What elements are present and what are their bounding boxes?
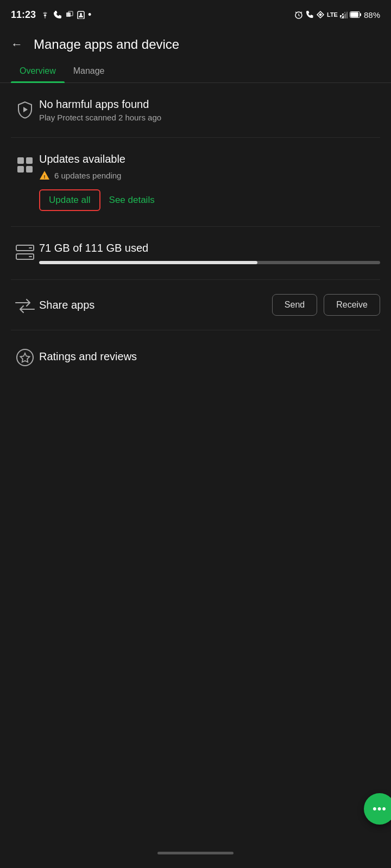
updates-section: Updates available ! 6 updates pending Up… [11, 138, 380, 227]
fab-dots-icon: ••• [373, 802, 387, 816]
wifi-icon [40, 11, 50, 18]
see-details-button[interactable]: See details [109, 195, 155, 206]
svg-rect-12 [350, 12, 358, 17]
svg-rect-15 [26, 157, 33, 164]
page-title: Manage apps and device [34, 37, 179, 52]
storage-bar [39, 261, 380, 264]
updates-pending-row: ! 6 updates pending [39, 170, 380, 181]
svg-rect-17 [26, 166, 33, 173]
share-apps-icon [11, 296, 39, 314]
fab-button[interactable]: ••• [364, 793, 391, 825]
updates-actions: Update all See details [39, 189, 380, 211]
receive-button[interactable]: Receive [324, 294, 380, 316]
alarm-icon [294, 10, 303, 19]
ratings-title: Ratings and reviews [39, 350, 380, 363]
storage-icon [11, 242, 39, 260]
content-area: No harmful apps found Play Protect scann… [0, 83, 391, 382]
svg-point-23 [17, 349, 33, 366]
status-icons-right: LTE 88% [294, 10, 380, 20]
tab-manage[interactable]: Manage [65, 59, 113, 82]
badge-icon [77, 10, 85, 19]
storage-section: 71 GB of 111 GB used [11, 227, 380, 280]
play-protect-subtitle: Play Protect scanned 2 hours ago [39, 113, 380, 122]
dot-icon: • [88, 9, 91, 21]
header: ← Manage apps and device [0, 28, 391, 59]
phone-signal-icon [305, 10, 314, 19]
ratings-icon [11, 346, 39, 367]
share-apps-section: Share apps Send Receive [11, 280, 380, 330]
signal-bars-icon [340, 11, 348, 18]
svg-marker-13 [23, 107, 28, 112]
play-protect-title: No harmful apps found [39, 98, 380, 111]
teams-icon [65, 10, 74, 19]
share-apps-actions: Send Receive [272, 294, 380, 316]
update-all-button[interactable]: Update all [39, 189, 100, 211]
tabs-bar: Overview Manage [0, 59, 391, 83]
svg-rect-14 [17, 157, 24, 164]
play-protect-section: No harmful apps found Play Protect scann… [11, 83, 380, 138]
back-button[interactable]: ← [11, 37, 23, 52]
status-time: 11:23 [11, 9, 36, 21]
lte-icon: LTE [327, 11, 338, 18]
updates-title: Updates available [39, 153, 380, 165]
warning-icon: ! [39, 170, 50, 181]
storage-bar-fill [39, 261, 257, 264]
send-button[interactable]: Send [272, 294, 317, 316]
home-indicator[interactable] [157, 852, 234, 854]
ratings-section[interactable]: Ratings and reviews [11, 330, 380, 382]
bottom-bar [0, 838, 391, 868]
svg-rect-11 [360, 14, 361, 16]
battery-percentage: 88% [364, 10, 380, 20]
updates-body: Updates available ! 6 updates pending Up… [39, 153, 380, 211]
play-protect-body: No harmful apps found Play Protect scann… [39, 98, 380, 122]
phone-icon [53, 10, 62, 19]
share-apps-body: Share apps [39, 299, 272, 311]
storage-body: 71 GB of 111 GB used [39, 242, 380, 264]
updates-icon [11, 153, 39, 175]
status-bar: 11:23 • [0, 0, 391, 28]
tab-overview[interactable]: Overview [11, 59, 65, 82]
svg-rect-16 [17, 166, 24, 173]
battery-icon [350, 11, 362, 18]
svg-point-3 [80, 13, 82, 15]
play-protect-icon [11, 98, 39, 119]
updates-pending-text: 6 updates pending [54, 171, 121, 180]
ratings-body: Ratings and reviews [39, 350, 380, 363]
status-icons-left: • [40, 9, 91, 21]
share-apps-title: Share apps [39, 299, 272, 311]
svg-text:!: ! [44, 174, 46, 180]
storage-title: 71 GB of 111 GB used [39, 242, 380, 254]
vpn-icon [316, 10, 325, 19]
